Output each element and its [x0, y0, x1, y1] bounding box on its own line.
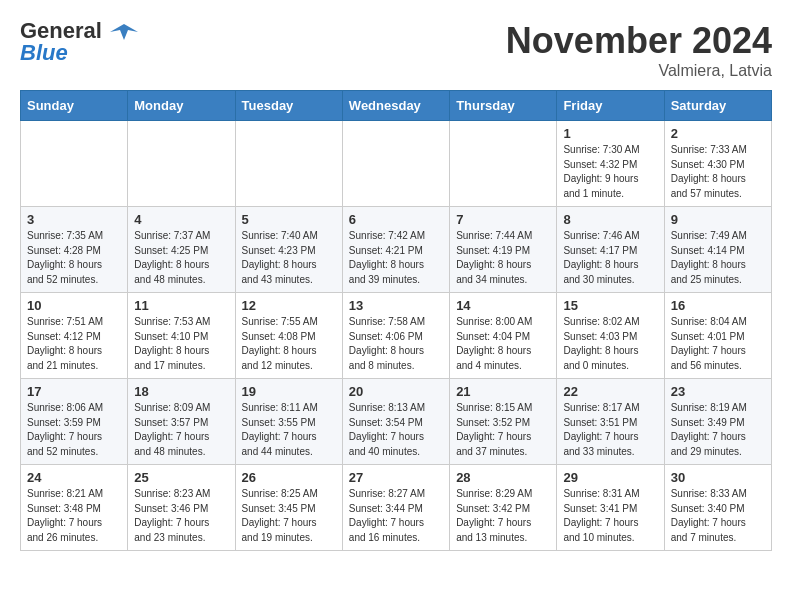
day-cell: 29Sunrise: 8:31 AM Sunset: 3:41 PM Dayli…: [557, 465, 664, 551]
day-cell: [450, 121, 557, 207]
day-cell: 30Sunrise: 8:33 AM Sunset: 3:40 PM Dayli…: [664, 465, 771, 551]
day-cell: 20Sunrise: 8:13 AM Sunset: 3:54 PM Dayli…: [342, 379, 449, 465]
day-cell: [21, 121, 128, 207]
day-cell: 6Sunrise: 7:42 AM Sunset: 4:21 PM Daylig…: [342, 207, 449, 293]
day-cell: 10Sunrise: 7:51 AM Sunset: 4:12 PM Dayli…: [21, 293, 128, 379]
day-info: Sunrise: 7:35 AM Sunset: 4:28 PM Dayligh…: [27, 229, 121, 287]
day-info: Sunrise: 7:44 AM Sunset: 4:19 PM Dayligh…: [456, 229, 550, 287]
day-number: 19: [242, 384, 336, 399]
day-cell: 8Sunrise: 7:46 AM Sunset: 4:17 PM Daylig…: [557, 207, 664, 293]
day-number: 16: [671, 298, 765, 313]
header-friday: Friday: [557, 91, 664, 121]
day-number: 20: [349, 384, 443, 399]
day-info: Sunrise: 7:49 AM Sunset: 4:14 PM Dayligh…: [671, 229, 765, 287]
day-info: Sunrise: 7:58 AM Sunset: 4:06 PM Dayligh…: [349, 315, 443, 373]
day-cell: 22Sunrise: 8:17 AM Sunset: 3:51 PM Dayli…: [557, 379, 664, 465]
svg-marker-0: [110, 24, 138, 40]
day-cell: 17Sunrise: 8:06 AM Sunset: 3:59 PM Dayli…: [21, 379, 128, 465]
day-number: 24: [27, 470, 121, 485]
day-info: Sunrise: 8:25 AM Sunset: 3:45 PM Dayligh…: [242, 487, 336, 545]
day-info: Sunrise: 7:46 AM Sunset: 4:17 PM Dayligh…: [563, 229, 657, 287]
day-info: Sunrise: 7:55 AM Sunset: 4:08 PM Dayligh…: [242, 315, 336, 373]
logo-bird-icon: [110, 22, 138, 42]
calendar-header: SundayMondayTuesdayWednesdayThursdayFrid…: [21, 91, 772, 121]
day-info: Sunrise: 8:09 AM Sunset: 3:57 PM Dayligh…: [134, 401, 228, 459]
day-cell: 24Sunrise: 8:21 AM Sunset: 3:48 PM Dayli…: [21, 465, 128, 551]
day-number: 25: [134, 470, 228, 485]
location-subtitle: Valmiera, Latvia: [506, 62, 772, 80]
day-number: 28: [456, 470, 550, 485]
day-info: Sunrise: 7:40 AM Sunset: 4:23 PM Dayligh…: [242, 229, 336, 287]
week-row-3: 10Sunrise: 7:51 AM Sunset: 4:12 PM Dayli…: [21, 293, 772, 379]
day-number: 5: [242, 212, 336, 227]
day-number: 6: [349, 212, 443, 227]
header-monday: Monday: [128, 91, 235, 121]
week-row-2: 3Sunrise: 7:35 AM Sunset: 4:28 PM Daylig…: [21, 207, 772, 293]
day-cell: 19Sunrise: 8:11 AM Sunset: 3:55 PM Dayli…: [235, 379, 342, 465]
day-number: 14: [456, 298, 550, 313]
day-number: 12: [242, 298, 336, 313]
day-info: Sunrise: 8:13 AM Sunset: 3:54 PM Dayligh…: [349, 401, 443, 459]
day-cell: 21Sunrise: 8:15 AM Sunset: 3:52 PM Dayli…: [450, 379, 557, 465]
day-number: 13: [349, 298, 443, 313]
logo-blue: Blue: [20, 40, 68, 65]
day-number: 9: [671, 212, 765, 227]
header-sunday: Sunday: [21, 91, 128, 121]
day-info: Sunrise: 8:17 AM Sunset: 3:51 PM Dayligh…: [563, 401, 657, 459]
day-number: 11: [134, 298, 228, 313]
week-row-1: 1Sunrise: 7:30 AM Sunset: 4:32 PM Daylig…: [21, 121, 772, 207]
header-wednesday: Wednesday: [342, 91, 449, 121]
day-info: Sunrise: 8:23 AM Sunset: 3:46 PM Dayligh…: [134, 487, 228, 545]
day-cell: 2Sunrise: 7:33 AM Sunset: 4:30 PM Daylig…: [664, 121, 771, 207]
day-info: Sunrise: 7:42 AM Sunset: 4:21 PM Dayligh…: [349, 229, 443, 287]
day-info: Sunrise: 8:06 AM Sunset: 3:59 PM Dayligh…: [27, 401, 121, 459]
day-cell: 16Sunrise: 8:04 AM Sunset: 4:01 PM Dayli…: [664, 293, 771, 379]
day-number: 23: [671, 384, 765, 399]
day-cell: 13Sunrise: 7:58 AM Sunset: 4:06 PM Dayli…: [342, 293, 449, 379]
day-info: Sunrise: 8:31 AM Sunset: 3:41 PM Dayligh…: [563, 487, 657, 545]
day-cell: 12Sunrise: 7:55 AM Sunset: 4:08 PM Dayli…: [235, 293, 342, 379]
day-number: 29: [563, 470, 657, 485]
day-cell: 9Sunrise: 7:49 AM Sunset: 4:14 PM Daylig…: [664, 207, 771, 293]
day-info: Sunrise: 8:19 AM Sunset: 3:49 PM Dayligh…: [671, 401, 765, 459]
calendar-table: SundayMondayTuesdayWednesdayThursdayFrid…: [20, 90, 772, 551]
day-cell: [342, 121, 449, 207]
day-cell: 27Sunrise: 8:27 AM Sunset: 3:44 PM Dayli…: [342, 465, 449, 551]
day-info: Sunrise: 7:51 AM Sunset: 4:12 PM Dayligh…: [27, 315, 121, 373]
day-info: Sunrise: 7:53 AM Sunset: 4:10 PM Dayligh…: [134, 315, 228, 373]
week-row-5: 24Sunrise: 8:21 AM Sunset: 3:48 PM Dayli…: [21, 465, 772, 551]
day-cell: 3Sunrise: 7:35 AM Sunset: 4:28 PM Daylig…: [21, 207, 128, 293]
header-tuesday: Tuesday: [235, 91, 342, 121]
header-thursday: Thursday: [450, 91, 557, 121]
day-number: 18: [134, 384, 228, 399]
day-cell: 25Sunrise: 8:23 AM Sunset: 3:46 PM Dayli…: [128, 465, 235, 551]
day-number: 2: [671, 126, 765, 141]
logo-text: General: [20, 20, 138, 42]
day-info: Sunrise: 7:37 AM Sunset: 4:25 PM Dayligh…: [134, 229, 228, 287]
page-header: General Blue November 2024 Valmiera, Lat…: [20, 20, 772, 80]
day-number: 1: [563, 126, 657, 141]
day-cell: 1Sunrise: 7:30 AM Sunset: 4:32 PM Daylig…: [557, 121, 664, 207]
header-row: SundayMondayTuesdayWednesdayThursdayFrid…: [21, 91, 772, 121]
day-number: 3: [27, 212, 121, 227]
day-cell: 15Sunrise: 8:02 AM Sunset: 4:03 PM Dayli…: [557, 293, 664, 379]
logo: General Blue: [20, 20, 138, 64]
day-cell: 26Sunrise: 8:25 AM Sunset: 3:45 PM Dayli…: [235, 465, 342, 551]
day-cell: 11Sunrise: 7:53 AM Sunset: 4:10 PM Dayli…: [128, 293, 235, 379]
day-cell: [235, 121, 342, 207]
day-cell: [128, 121, 235, 207]
title-section: November 2024 Valmiera, Latvia: [506, 20, 772, 80]
day-info: Sunrise: 8:04 AM Sunset: 4:01 PM Dayligh…: [671, 315, 765, 373]
day-number: 26: [242, 470, 336, 485]
day-cell: 28Sunrise: 8:29 AM Sunset: 3:42 PM Dayli…: [450, 465, 557, 551]
day-number: 22: [563, 384, 657, 399]
day-number: 10: [27, 298, 121, 313]
day-cell: 14Sunrise: 8:00 AM Sunset: 4:04 PM Dayli…: [450, 293, 557, 379]
day-number: 27: [349, 470, 443, 485]
day-info: Sunrise: 8:21 AM Sunset: 3:48 PM Dayligh…: [27, 487, 121, 545]
day-cell: 18Sunrise: 8:09 AM Sunset: 3:57 PM Dayli…: [128, 379, 235, 465]
day-number: 4: [134, 212, 228, 227]
day-cell: 4Sunrise: 7:37 AM Sunset: 4:25 PM Daylig…: [128, 207, 235, 293]
day-info: Sunrise: 7:33 AM Sunset: 4:30 PM Dayligh…: [671, 143, 765, 201]
calendar-body: 1Sunrise: 7:30 AM Sunset: 4:32 PM Daylig…: [21, 121, 772, 551]
